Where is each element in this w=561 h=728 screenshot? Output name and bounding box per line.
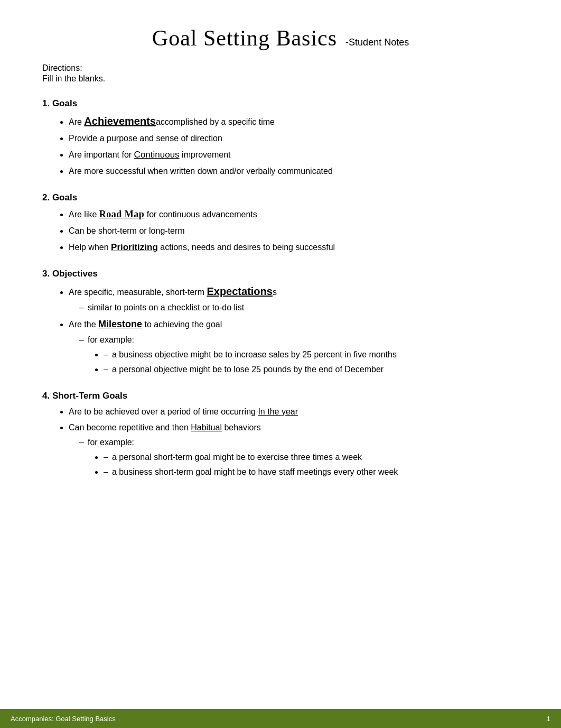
sub-bullet-item: a business objective might be to increas… xyxy=(104,348,519,361)
sub-bullet-list: a personal short-term goal might be to e… xyxy=(88,451,519,478)
sub-bullet-text: a personal short-term goal might be to e… xyxy=(112,453,362,462)
section-3: 3. Objectives Are specific, measurable, … xyxy=(42,269,519,376)
fill-intheyear: In the year xyxy=(258,407,298,416)
directions-line1: Directions: xyxy=(42,63,519,73)
sub-dash-text: for example: xyxy=(88,335,134,344)
fill-achievements: Achievements xyxy=(84,115,156,127)
text-after: accomplished by a specific time xyxy=(156,117,275,126)
sub-bullet-item: a personal objective might be to lose 25… xyxy=(104,363,519,376)
directions-block: Directions: Fill in the blanks. xyxy=(42,63,519,84)
text-static: Are more successful when written down an… xyxy=(69,167,333,176)
section-4-list: Are to be achieved over a period of time… xyxy=(42,406,519,478)
list-item: Are more successful when written down an… xyxy=(69,165,519,178)
text-before: Are important for xyxy=(69,150,134,159)
list-item: Help when Prioritizing actions, needs an… xyxy=(69,241,519,254)
text-after: improvement xyxy=(180,150,231,159)
list-item: Are the Milestone to achieving the goal … xyxy=(69,317,519,376)
text-before: Are xyxy=(69,117,84,126)
subtitle: -Student Notes xyxy=(345,37,409,48)
sub-dash-list: similar to points on a checklist or to-d… xyxy=(69,301,519,314)
sub-bullet-text: a personal objective might be to lose 25… xyxy=(112,365,384,374)
list-item: Can become repetitive and then Habitual … xyxy=(69,421,519,478)
text-before: Are the xyxy=(69,320,98,329)
text-after: to achieving the goal xyxy=(142,320,222,329)
text-before: Are to be achieved over a period of time… xyxy=(69,407,258,416)
text-after: behaviors xyxy=(222,423,261,432)
section-2-heading: 2. Goals xyxy=(42,192,519,203)
list-item: Are specific, measurable, short-term Exp… xyxy=(69,283,519,314)
page-content: Goal Setting Basics -Student Notes Direc… xyxy=(0,0,561,709)
text-after: for continuous advancements xyxy=(144,210,257,219)
fill-continuous: Continuous xyxy=(134,150,180,160)
fill-habitual: Habitual xyxy=(191,423,222,432)
section-1: 1. Goals Are Achievementsaccomplished by… xyxy=(42,98,519,178)
list-item: Provide a purpose and sense of direction xyxy=(69,132,519,145)
sub-dash-text: similar to points on a checklist or to-d… xyxy=(88,303,244,312)
fill-expectations: Expectations xyxy=(207,285,272,297)
sub-dash-item: for example: a business objective might … xyxy=(79,334,519,376)
sub-bullet-text: a business short-term goal might be to h… xyxy=(112,467,398,476)
list-item: Are to be achieved over a period of time… xyxy=(69,406,519,418)
text-before: Can become repetitive and then xyxy=(69,423,191,432)
main-title: Goal Setting Basics xyxy=(152,25,337,51)
section-1-list: Are Achievementsaccomplished by a specif… xyxy=(42,113,519,178)
section-1-heading: 1. Goals xyxy=(42,98,519,109)
section-2-list: Are like Road Map for continuous advance… xyxy=(42,207,519,254)
text-before: Are like xyxy=(69,210,99,219)
section-4-heading: 4. Short-Term Goals xyxy=(42,391,519,401)
sub-dash-text: for example: xyxy=(88,438,134,447)
fill-roadmap: Road Map xyxy=(99,209,145,219)
footer-page-number: 1 xyxy=(547,715,550,723)
text-before: Help when xyxy=(69,243,111,252)
list-item: Can be short-term or long-term xyxy=(69,225,519,237)
sub-dash-item: for example: a personal short-term goal … xyxy=(79,436,519,478)
sub-dash-list: for example: a business objective might … xyxy=(69,334,519,376)
page-footer: Accompanies: Goal Setting Basics 1 xyxy=(0,709,561,728)
text-after: s xyxy=(273,288,277,297)
list-item: Are like Road Map for continuous advance… xyxy=(69,207,519,222)
text-static: Can be short-term or long-term xyxy=(69,226,185,235)
text-before: Are specific, measurable, short-term xyxy=(69,288,207,297)
list-item: Are Achievementsaccomplished by a specif… xyxy=(69,113,519,129)
section-3-heading: 3. Objectives xyxy=(42,269,519,279)
fill-milestone: Milestone xyxy=(98,319,142,329)
text-after: actions, needs and desires to being succ… xyxy=(158,243,335,252)
text-static: Provide a purpose and sense of direction xyxy=(69,134,222,143)
page-title-block: Goal Setting Basics -Student Notes xyxy=(42,25,519,51)
sub-dash-item: similar to points on a checklist or to-d… xyxy=(79,301,519,314)
page-wrapper: Goal Setting Basics -Student Notes Direc… xyxy=(0,0,561,728)
footer-left-text: Accompanies: Goal Setting Basics xyxy=(11,715,116,723)
sub-bullet-item: a personal short-term goal might be to e… xyxy=(104,451,519,464)
section-4: 4. Short-Term Goals Are to be achieved o… xyxy=(42,391,519,478)
sub-bullet-item: a business short-term goal might be to h… xyxy=(104,466,519,478)
fill-prioritizing: Prioritizing xyxy=(111,242,158,252)
section-2: 2. Goals Are like Road Map for continuou… xyxy=(42,192,519,254)
section-3-list: Are specific, measurable, short-term Exp… xyxy=(42,283,519,376)
sub-bullet-text: a business objective might be to increas… xyxy=(112,350,397,359)
sub-bullet-list: a business objective might be to increas… xyxy=(88,348,519,376)
directions-line2: Fill in the blanks. xyxy=(42,74,519,84)
sub-dash-list: for example: a personal short-term goal … xyxy=(69,436,519,478)
list-item: Are important for Continuous improvement xyxy=(69,148,519,162)
